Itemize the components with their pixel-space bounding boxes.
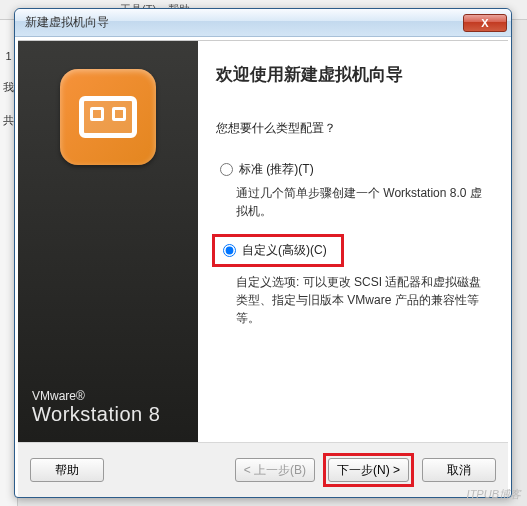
help-button[interactable]: 帮助 [30, 458, 104, 482]
option-typical[interactable]: 标准 (推荐)(T) [216, 159, 490, 180]
wizard-sidebar: VMware® Workstation 8 [18, 41, 198, 442]
option-custom-desc: 自定义选项: 可以更改 SCSI 适配器和虚拟磁盘类型、指定与旧版本 VMwar… [236, 273, 490, 327]
radio-custom[interactable] [223, 244, 236, 257]
next-button[interactable]: 下一步(N) > [328, 458, 409, 482]
wizard-question: 您想要什么类型配置？ [216, 120, 490, 137]
wizard-main: 欢迎使用新建虚拟机向导 您想要什么类型配置？ 标准 (推荐)(T) 通过几个简单… [198, 41, 508, 442]
dialog-footer: 帮助 < 上一步(B) 下一步(N) > 取消 [18, 442, 508, 497]
brand-vmware: VMware® [32, 389, 160, 403]
vmware-logo-icon [60, 69, 156, 165]
option-typical-desc: 通过几个简单步骤创建一个 Workstation 8.0 虚拟机。 [236, 184, 490, 220]
dialog-titlebar[interactable]: 新建虚拟机向导 X [15, 9, 511, 37]
close-button[interactable]: X [463, 14, 507, 32]
highlight-custom: 自定义(高级)(C) [212, 234, 344, 267]
highlight-next: 下一步(N) > [323, 453, 414, 487]
radio-typical[interactable] [220, 163, 233, 176]
cancel-button[interactable]: 取消 [422, 458, 496, 482]
wizard-heading: 欢迎使用新建虚拟机向导 [216, 63, 490, 86]
wizard-body: VMware® Workstation 8 欢迎使用新建虚拟机向导 您想要什么类… [18, 41, 508, 442]
dialog-content: VMware® Workstation 8 欢迎使用新建虚拟机向导 您想要什么类… [18, 40, 508, 497]
brand-workstation: Workstation 8 [32, 403, 160, 426]
dialog-title: 新建虚拟机向导 [25, 14, 463, 31]
brand-text: VMware® Workstation 8 [32, 389, 160, 426]
back-button[interactable]: < 上一步(B) [235, 458, 315, 482]
close-icon: X [481, 17, 488, 29]
new-vm-wizard-dialog: 新建虚拟机向导 X VMware® Workstation 8 欢迎使用新建虚拟… [14, 8, 512, 498]
option-typical-label: 标准 (推荐)(T) [239, 161, 314, 178]
option-custom-label: 自定义(高级)(C) [242, 242, 327, 259]
option-custom[interactable]: 自定义(高级)(C) [219, 240, 331, 261]
